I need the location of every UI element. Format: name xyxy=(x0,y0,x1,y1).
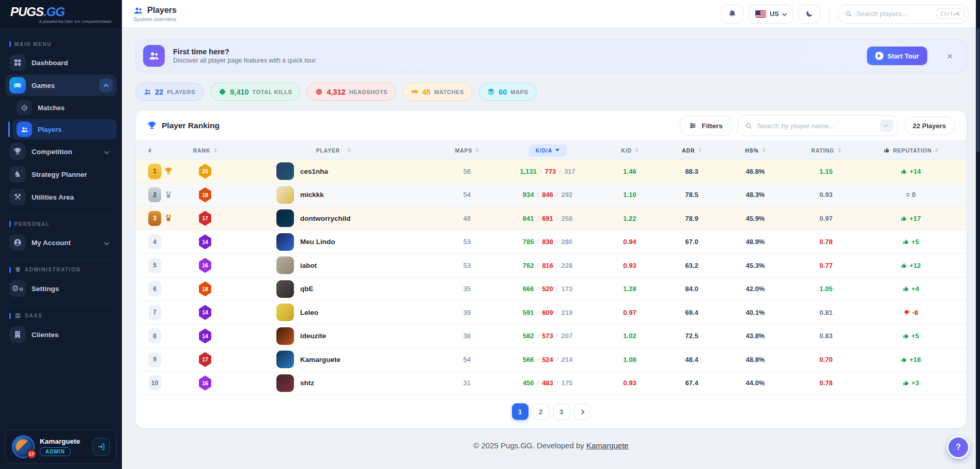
sidebar-item-matches[interactable]: Matches xyxy=(12,97,117,118)
help-button[interactable]: ? xyxy=(947,436,970,459)
rank-badge: 18 xyxy=(198,187,212,202)
table-row[interactable]: 5 16 iabot 53 762/816/228 0.93 63.2 45.3… xyxy=(136,254,966,278)
table-row[interactable]: 9 17 Kamarguete 54 566/524/214 1.08 48.4… xyxy=(136,348,966,372)
table-row[interactable]: 8 14 ideuzite 38 582/573/207 1.02 72.5 4… xyxy=(136,325,966,349)
page-button-1[interactable]: 1 xyxy=(512,403,528,420)
sidebar-item-strategy-planner[interactable]: ♞ Strategy Planner xyxy=(5,163,117,185)
rank-badge: 20 xyxy=(198,164,212,179)
sidebar-item-label: My Account xyxy=(32,239,71,247)
scrollbar-thumb[interactable] xyxy=(976,28,979,152)
table-search-input[interactable] xyxy=(757,122,875,130)
dark-mode-toggle[interactable] xyxy=(798,4,820,24)
sidebar-item-label: Dashboard xyxy=(32,59,68,67)
column-rating[interactable]: RATING xyxy=(787,147,865,154)
start-tour-button[interactable]: Start Tour xyxy=(867,47,927,65)
scrollbar[interactable] xyxy=(976,0,980,469)
assists-value: 214 xyxy=(561,356,572,364)
section-administration: ADMINISTRATION xyxy=(9,266,113,273)
table-row[interactable]: 2 18 mickkk 54 934/846/292 1.10 78.5 48.… xyxy=(136,184,966,207)
column-rank[interactable]: RANK xyxy=(181,147,229,154)
assists-value: 173 xyxy=(561,285,572,293)
next-page-button[interactable] xyxy=(574,403,590,420)
sidebar: PUGS.GG A plataforma líder em competitiv… xyxy=(0,0,122,469)
deaths-value: 524 xyxy=(542,356,553,364)
hs-value: 48.8% xyxy=(723,356,787,364)
collapse-games-button[interactable] xyxy=(99,79,113,92)
sort-icon xyxy=(348,148,351,153)
table-row[interactable]: 7 14 Leleo 39 591/609/219 0.97 69.4 40.1… xyxy=(136,301,966,325)
position-badge: 7 xyxy=(148,305,161,320)
notifications-button[interactable] xyxy=(721,4,743,24)
maps-value: 53 xyxy=(438,262,496,269)
column-kd[interactable]: K/D xyxy=(599,147,660,154)
position-badge: 9 xyxy=(148,352,161,367)
player-name: mickkk xyxy=(300,191,324,199)
maps-value: 53 xyxy=(438,238,496,246)
sidebar-item-dashboard[interactable]: Dashboard xyxy=(5,52,117,73)
sidebar-item-clientes[interactable]: Clientes xyxy=(5,324,117,345)
locale-dropdown[interactable]: US xyxy=(749,4,793,24)
table-row[interactable]: 6 18 qbE 35 666/520/173 1.28 84.0 42.0% … xyxy=(136,278,966,301)
player-ranking-card: Player Ranking Filters ↵ 22 Players # xyxy=(135,110,967,429)
kd-value: 0.94 xyxy=(623,238,636,246)
kd-value: 0.93 xyxy=(623,379,636,387)
player-name: Kamarguete xyxy=(300,356,340,364)
table-body: 1 20 ces1nha 56 1,131/773/317 1.46 88.3 … xyxy=(136,160,966,395)
ranking-title: Player Ranking xyxy=(147,121,220,130)
table-row[interactable]: 1 20 ces1nha 56 1,131/773/317 1.46 88.3 … xyxy=(136,160,966,184)
developer-link[interactable]: Kamarguete xyxy=(586,441,629,450)
user-role-badge: ADMIN xyxy=(40,447,71,456)
brand-logo[interactable]: PUGS.GG A plataforma líder em competitiv… xyxy=(0,0,122,29)
players-icon xyxy=(17,122,32,137)
pagination: 1 2 3 xyxy=(136,395,966,428)
column-kda[interactable]: K/D/A xyxy=(496,144,599,157)
gears-icon: ⚙⚙ xyxy=(9,280,26,297)
sidebar-item-games[interactable]: Games xyxy=(5,74,117,96)
page-button-3[interactable]: 3 xyxy=(553,403,570,420)
us-flag-icon xyxy=(755,10,766,18)
table-row[interactable]: 4 14 Meu Lindo 53 785/838/280 0.94 67.0 … xyxy=(136,231,966,254)
sidebar-item-competition[interactable]: Competition xyxy=(5,141,117,162)
hs-value: 42.0% xyxy=(723,285,787,293)
table-row[interactable]: 10 16 shtz 31 450/483/175 0.93 67.4 44.0… xyxy=(136,372,966,396)
deaths-value: 573 xyxy=(542,332,553,340)
player-name: shtz xyxy=(300,379,314,387)
player-avatar xyxy=(276,209,294,227)
column-adr[interactable]: ADR xyxy=(660,147,723,154)
column-player[interactable]: PLAYER xyxy=(229,147,438,154)
sidebar-divider xyxy=(8,214,114,215)
rank-badge: 14 xyxy=(198,305,212,320)
filters-button[interactable]: Filters xyxy=(680,116,732,135)
topbar-divider xyxy=(829,6,829,22)
player-name: ideuzite xyxy=(300,332,326,340)
kd-value: 1.08 xyxy=(623,356,636,364)
column-hs[interactable]: HS% xyxy=(723,147,787,154)
adr-value: 78.9 xyxy=(660,215,723,222)
stat-label: TOTAL KILLS xyxy=(253,89,292,95)
rank-badge: 17 xyxy=(198,352,212,367)
trophy-icon xyxy=(9,143,26,160)
page-button-2[interactable]: 2 xyxy=(533,403,549,420)
table-row[interactable]: 3 17 dontworrychild 48 841/691/258 1.22 … xyxy=(136,207,966,231)
deaths-value: 609 xyxy=(542,309,553,316)
sidebar-item-settings[interactable]: ⚙⚙ Settings xyxy=(5,278,117,299)
building-icon xyxy=(9,326,26,343)
players-icon xyxy=(144,88,151,96)
logout-button[interactable] xyxy=(92,438,110,456)
shield-icon xyxy=(14,266,21,273)
player-avatar xyxy=(276,374,294,392)
user-card[interactable]: 17 Kamarguete ADMIN xyxy=(5,430,117,464)
sidebar-item-players[interactable]: Players xyxy=(12,119,117,140)
reputation-value: -8 xyxy=(912,309,919,316)
deaths-value: 483 xyxy=(542,379,553,387)
maps-value: 31 xyxy=(438,379,496,387)
sidebar-item-my-account[interactable]: My Account xyxy=(5,232,117,253)
reputation-value: +5 xyxy=(911,238,919,246)
sidebar-item-utilities-area[interactable]: ⚒ Utilities Area xyxy=(5,186,117,208)
position-badge: 5 xyxy=(148,258,161,273)
global-search-input[interactable] xyxy=(857,10,932,18)
section-saas: SAAS xyxy=(9,312,113,319)
column-maps[interactable]: MAPS xyxy=(438,147,496,154)
close-banner-button[interactable]: × xyxy=(947,51,953,61)
column-reputation[interactable]: REPUTATION xyxy=(865,147,966,154)
